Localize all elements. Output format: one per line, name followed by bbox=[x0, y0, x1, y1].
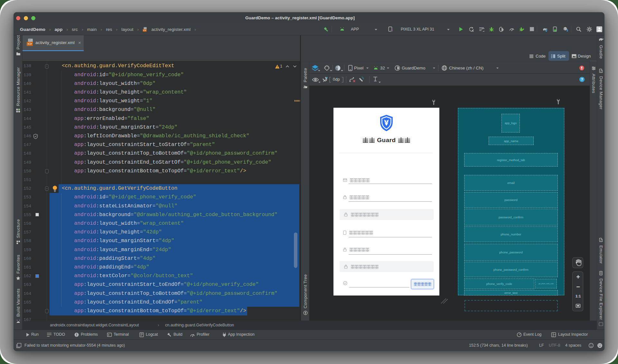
svg-text:A: A bbox=[472, 29, 474, 32]
svg-text:<>: <> bbox=[27, 42, 32, 46]
svg-text:<>: <> bbox=[143, 29, 146, 32]
